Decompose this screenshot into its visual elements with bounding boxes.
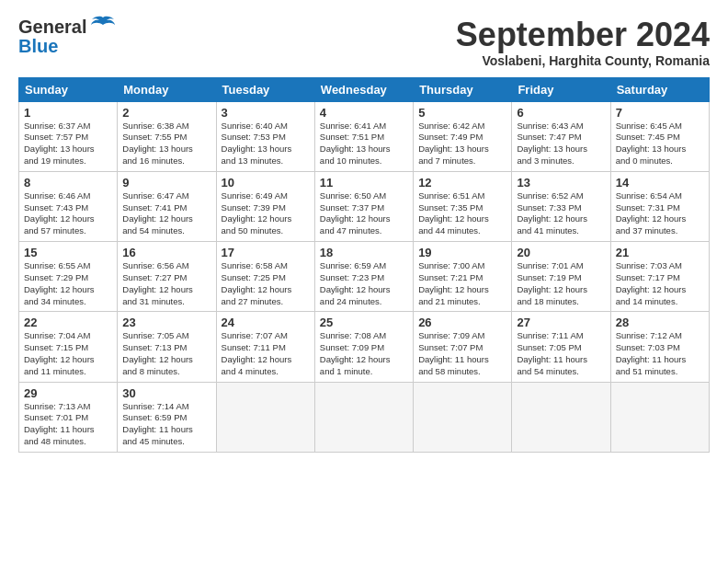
- header: General Blue September 2024 Voslabeni, H…: [18, 17, 710, 68]
- day-number: 15: [24, 246, 112, 259]
- day-cell: [216, 382, 314, 452]
- day-number: 12: [418, 176, 506, 190]
- day-cell: 7Sunrise: 6:45 AM Sunset: 7:45 PM Daylig…: [610, 101, 709, 171]
- day-cell: 21Sunrise: 7:03 AM Sunset: 7:17 PM Dayli…: [610, 242, 709, 312]
- day-cell: 10Sunrise: 6:49 AM Sunset: 7:39 PM Dayli…: [216, 171, 314, 241]
- logo-blue-text: Blue: [18, 36, 58, 57]
- col-header-thursday: Thursday: [414, 77, 512, 101]
- day-cell: [512, 382, 610, 452]
- day-cell: 29Sunrise: 7:13 AM Sunset: 7:01 PM Dayli…: [19, 382, 118, 452]
- day-number: 2: [122, 106, 210, 120]
- day-number: 30: [122, 386, 210, 400]
- day-cell: 5Sunrise: 6:42 AM Sunset: 7:49 PM Daylig…: [414, 101, 512, 171]
- day-number: 21: [616, 246, 704, 259]
- col-header-tuesday: Tuesday: [216, 77, 314, 101]
- day-info: Sunrise: 6:49 AM Sunset: 7:39 PM Dayligh…: [222, 190, 292, 236]
- day-number: 4: [320, 106, 408, 120]
- day-info: Sunrise: 7:00 AM Sunset: 7:21 PM Dayligh…: [418, 260, 489, 305]
- day-cell: 27Sunrise: 7:11 AM Sunset: 7:05 PM Dayli…: [512, 312, 610, 382]
- day-number: 29: [24, 386, 112, 400]
- day-cell: [610, 382, 709, 452]
- day-info: Sunrise: 7:11 AM Sunset: 7:05 PM Dayligh…: [517, 330, 587, 375]
- day-info: Sunrise: 7:08 AM Sunset: 7:09 PM Dayligh…: [320, 330, 391, 375]
- day-info: Sunrise: 7:03 AM Sunset: 7:17 PM Dayligh…: [616, 260, 687, 305]
- col-header-friday: Friday: [512, 77, 610, 101]
- day-number: 11: [320, 176, 408, 190]
- logo-text: General: [18, 17, 86, 38]
- day-cell: 15Sunrise: 6:55 AM Sunset: 7:29 PM Dayli…: [19, 242, 118, 312]
- day-info: Sunrise: 6:40 AM Sunset: 7:53 PM Dayligh…: [222, 121, 292, 166]
- header-row: SundayMondayTuesdayWednesdayThursdayFrid…: [19, 77, 710, 101]
- day-cell: 23Sunrise: 7:05 AM Sunset: 7:13 PM Dayli…: [118, 312, 216, 382]
- logo-bird-icon: [90, 16, 116, 36]
- day-number: 20: [517, 246, 605, 259]
- day-info: Sunrise: 6:55 AM Sunset: 7:29 PM Dayligh…: [24, 260, 95, 305]
- day-number: 10: [222, 176, 310, 190]
- col-header-monday: Monday: [118, 77, 216, 101]
- col-header-sunday: Sunday: [19, 77, 118, 101]
- day-number: 27: [517, 316, 605, 329]
- day-cell: 17Sunrise: 6:58 AM Sunset: 7:25 PM Dayli…: [216, 242, 314, 312]
- day-cell: 20Sunrise: 7:01 AM Sunset: 7:19 PM Dayli…: [512, 242, 610, 312]
- day-number: 8: [24, 176, 112, 190]
- day-info: Sunrise: 6:56 AM Sunset: 7:27 PM Dayligh…: [122, 260, 193, 305]
- day-info: Sunrise: 6:58 AM Sunset: 7:25 PM Dayligh…: [222, 260, 292, 305]
- day-info: Sunrise: 7:12 AM Sunset: 7:03 PM Dayligh…: [616, 330, 687, 375]
- day-cell: 11Sunrise: 6:50 AM Sunset: 7:37 PM Dayli…: [314, 171, 413, 241]
- day-number: 28: [616, 316, 704, 329]
- day-number: 14: [616, 176, 704, 190]
- day-cell: 1Sunrise: 6:37 AM Sunset: 7:57 PM Daylig…: [19, 101, 118, 171]
- day-info: Sunrise: 6:43 AM Sunset: 7:47 PM Dayligh…: [517, 121, 587, 166]
- day-number: 3: [222, 106, 310, 120]
- day-info: Sunrise: 6:52 AM Sunset: 7:33 PM Dayligh…: [517, 190, 587, 236]
- day-cell: 2Sunrise: 6:38 AM Sunset: 7:55 PM Daylig…: [118, 101, 216, 171]
- day-info: Sunrise: 6:45 AM Sunset: 7:45 PM Dayligh…: [616, 121, 687, 166]
- day-cell: 25Sunrise: 7:08 AM Sunset: 7:09 PM Dayli…: [314, 312, 413, 382]
- day-number: 13: [517, 176, 605, 190]
- week-row-1: 1Sunrise: 6:37 AM Sunset: 7:57 PM Daylig…: [19, 101, 710, 171]
- day-cell: 16Sunrise: 6:56 AM Sunset: 7:27 PM Dayli…: [118, 242, 216, 312]
- day-info: Sunrise: 6:42 AM Sunset: 7:49 PM Dayligh…: [418, 121, 489, 166]
- day-number: 19: [418, 246, 506, 259]
- week-row-4: 22Sunrise: 7:04 AM Sunset: 7:15 PM Dayli…: [19, 312, 710, 382]
- day-number: 16: [122, 246, 210, 259]
- week-row-5: 29Sunrise: 7:13 AM Sunset: 7:01 PM Dayli…: [19, 382, 710, 452]
- day-cell: 13Sunrise: 6:52 AM Sunset: 7:33 PM Dayli…: [512, 171, 610, 241]
- day-cell: [314, 382, 413, 452]
- day-info: Sunrise: 7:05 AM Sunset: 7:13 PM Dayligh…: [122, 330, 193, 375]
- day-cell: 4Sunrise: 6:41 AM Sunset: 7:51 PM Daylig…: [314, 101, 413, 171]
- day-number: 26: [418, 316, 506, 329]
- day-info: Sunrise: 7:09 AM Sunset: 7:07 PM Dayligh…: [418, 330, 489, 375]
- day-cell: 30Sunrise: 7:14 AM Sunset: 6:59 PM Dayli…: [118, 382, 216, 452]
- day-info: Sunrise: 7:14 AM Sunset: 6:59 PM Dayligh…: [122, 401, 193, 446]
- day-info: Sunrise: 6:51 AM Sunset: 7:35 PM Dayligh…: [418, 190, 489, 236]
- day-number: 7: [616, 106, 704, 120]
- day-cell: 3Sunrise: 6:40 AM Sunset: 7:53 PM Daylig…: [216, 101, 314, 171]
- day-cell: 24Sunrise: 7:07 AM Sunset: 7:11 PM Dayli…: [216, 312, 314, 382]
- day-cell: 28Sunrise: 7:12 AM Sunset: 7:03 PM Dayli…: [610, 312, 709, 382]
- col-header-wednesday: Wednesday: [314, 77, 413, 101]
- day-info: Sunrise: 6:54 AM Sunset: 7:31 PM Dayligh…: [616, 190, 687, 236]
- location-subtitle: Voslabeni, Harghita County, Romania: [456, 53, 710, 68]
- day-info: Sunrise: 7:04 AM Sunset: 7:15 PM Dayligh…: [24, 330, 95, 375]
- week-row-2: 8Sunrise: 6:46 AM Sunset: 7:43 PM Daylig…: [19, 171, 710, 241]
- day-cell: 8Sunrise: 6:46 AM Sunset: 7:43 PM Daylig…: [19, 171, 118, 241]
- col-header-saturday: Saturday: [610, 77, 709, 101]
- week-row-3: 15Sunrise: 6:55 AM Sunset: 7:29 PM Dayli…: [19, 242, 710, 312]
- day-info: Sunrise: 7:01 AM Sunset: 7:19 PM Dayligh…: [517, 260, 587, 305]
- day-cell: 6Sunrise: 6:43 AM Sunset: 7:47 PM Daylig…: [512, 101, 610, 171]
- day-number: 9: [122, 176, 210, 190]
- day-number: 18: [320, 246, 408, 259]
- day-cell: 18Sunrise: 6:59 AM Sunset: 7:23 PM Dayli…: [314, 242, 413, 312]
- day-info: Sunrise: 6:37 AM Sunset: 7:57 PM Dayligh…: [24, 121, 95, 166]
- calendar-page: General Blue September 2024 Voslabeni, H…: [0, 0, 728, 563]
- day-number: 1: [24, 106, 112, 120]
- day-info: Sunrise: 6:41 AM Sunset: 7:51 PM Dayligh…: [320, 121, 391, 166]
- day-number: 23: [122, 316, 210, 329]
- day-info: Sunrise: 6:50 AM Sunset: 7:37 PM Dayligh…: [320, 190, 391, 236]
- day-number: 24: [222, 316, 310, 329]
- day-number: 22: [24, 316, 112, 329]
- day-info: Sunrise: 6:59 AM Sunset: 7:23 PM Dayligh…: [320, 260, 391, 305]
- day-info: Sunrise: 6:38 AM Sunset: 7:55 PM Dayligh…: [122, 121, 193, 166]
- day-cell: 19Sunrise: 7:00 AM Sunset: 7:21 PM Dayli…: [414, 242, 512, 312]
